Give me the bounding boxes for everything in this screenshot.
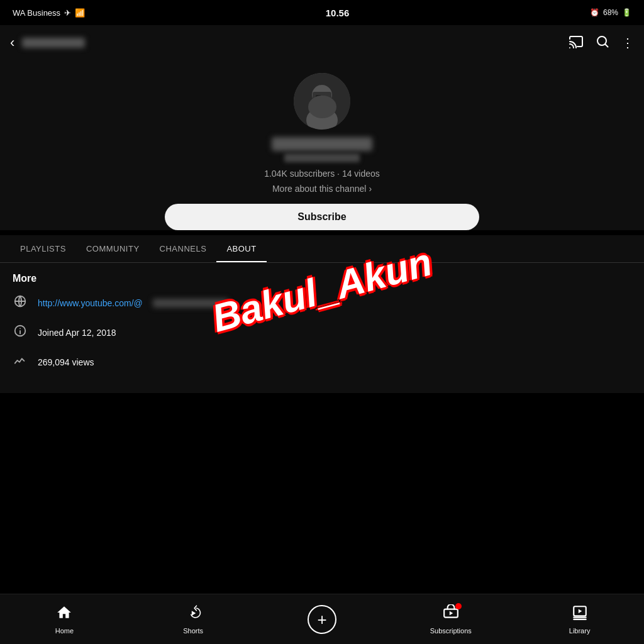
channel-avatar	[294, 73, 350, 130]
views-count: 269,094 views	[38, 357, 94, 367]
library-icon	[572, 604, 588, 625]
svg-rect-6	[316, 95, 321, 100]
home-icon	[56, 604, 72, 625]
add-button[interactable]: +	[308, 605, 336, 634]
airplane-icon: ✈	[64, 8, 71, 18]
channel-link[interactable]: http://www.youtube.com/@	[38, 298, 143, 308]
tab-community[interactable]: COMMUNITY	[76, 235, 150, 262]
bottom-nav-home[interactable]: Home	[39, 604, 89, 635]
shorts-icon	[185, 604, 201, 625]
nav-title-blur	[22, 38, 85, 48]
link-blur	[153, 299, 228, 308]
tab-channels[interactable]: CHANNELS	[150, 235, 217, 262]
battery-icon: 🔋	[622, 8, 631, 17]
channel-name-blur	[272, 137, 372, 151]
bottom-nav-add[interactable]: +	[297, 605, 347, 634]
channel-handle-blur	[284, 153, 360, 162]
wifi-icon: 📶	[75, 8, 85, 18]
subscriptions-label: Subscriptions	[430, 627, 472, 635]
library-label: Library	[569, 627, 591, 635]
about-joined-item: Joined Apr 12, 2018	[13, 324, 631, 341]
info-icon	[13, 324, 28, 341]
about-website-item: http://www.youtube.com/@	[13, 294, 631, 311]
carrier-text: WA Business	[13, 8, 60, 18]
status-right: ⏰ 68% 🔋	[590, 8, 631, 17]
tabs-container: PLAYLISTS COMMUNITY CHANNELS ABOUT	[0, 235, 644, 263]
battery-text: 68%	[603, 8, 618, 17]
joined-date: Joined Apr 12, 2018	[38, 328, 116, 338]
bottom-nav-shorts[interactable]: Shorts	[168, 604, 218, 635]
notification-badge	[455, 603, 462, 609]
alarm-icon: ⏰	[590, 8, 599, 17]
channel-section: 1.04K subscribers · 14 videos More about…	[0, 60, 644, 230]
status-left: WA Business ✈ 📶	[13, 8, 85, 18]
bottom-nav: Home Shorts + Subscriptions	[0, 594, 644, 644]
back-button[interactable]: ‹	[10, 35, 14, 51]
views-icon	[13, 353, 28, 370]
cast-icon[interactable]	[569, 34, 584, 52]
home-label: Home	[55, 627, 74, 635]
about-views-item: 269,094 views	[13, 353, 631, 370]
bottom-nav-library[interactable]: Library	[555, 604, 605, 635]
more-about-text: More about this channel	[272, 184, 366, 194]
subscribe-button[interactable]: Subscribe	[165, 204, 479, 230]
nav-left: ‹	[10, 35, 85, 51]
shorts-label: Shorts	[183, 627, 203, 635]
about-section: More http://www.youtube.com/@ Joined Apr…	[0, 263, 644, 393]
tab-about[interactable]: ABOUT	[216, 235, 266, 262]
bottom-nav-subscriptions[interactable]: Subscriptions	[426, 604, 476, 635]
svg-rect-5	[313, 92, 331, 104]
search-icon[interactable]	[595, 34, 610, 52]
stats-separator: ·	[337, 169, 342, 179]
subscriptions-icon	[443, 604, 459, 625]
more-about-link[interactable]: More about this channel ›	[272, 184, 372, 194]
channel-stats: 1.04K subscribers · 14 videos	[264, 169, 380, 179]
svg-point-4	[306, 108, 338, 130]
about-title: More	[13, 273, 631, 284]
status-bar: WA Business ✈ 📶 10.56 ⏰ 68% 🔋	[0, 0, 644, 25]
videos-count: 14 videos	[342, 169, 380, 179]
subscribers-count: 1.04K subscribers	[264, 169, 335, 179]
globe-icon	[13, 294, 28, 311]
avatar-image	[294, 73, 350, 130]
plus-icon: +	[317, 611, 326, 628]
more-icon[interactable]: ⋮	[621, 35, 634, 50]
svg-point-0	[569, 47, 570, 48]
nav-right: ⋮	[569, 34, 634, 52]
top-nav: ‹ ⋮	[0, 25, 644, 60]
chevron-right-icon: ›	[369, 184, 372, 194]
status-time: 10.56	[326, 8, 350, 18]
tab-playlists[interactable]: PLAYLISTS	[10, 235, 76, 262]
